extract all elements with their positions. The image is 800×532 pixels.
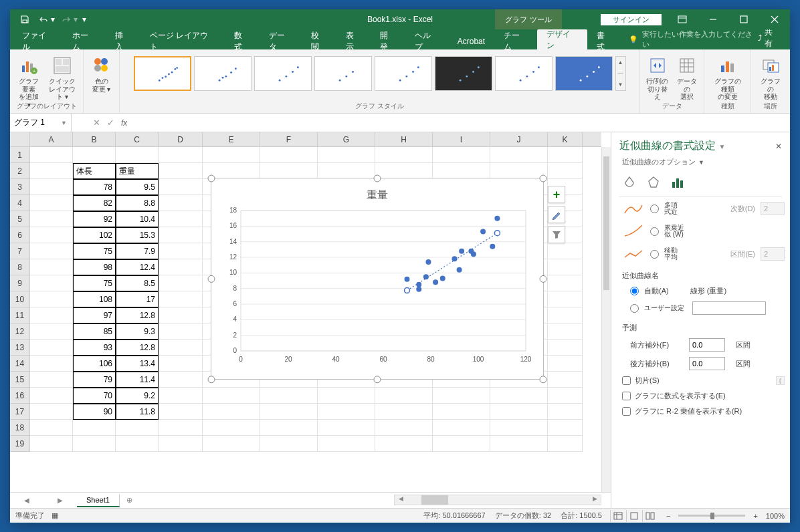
cell[interactable] (375, 388, 433, 404)
fx-icon[interactable]: fx (121, 118, 132, 128)
cell[interactable] (548, 420, 583, 436)
cell[interactable]: 92 (73, 211, 116, 227)
row-header-13[interactable]: 13 (10, 340, 29, 356)
options-tab-icon[interactable] (670, 175, 685, 190)
cell[interactable]: 体長 (73, 163, 116, 179)
row-header-9[interactable]: 9 (10, 275, 29, 291)
cell[interactable] (30, 420, 73, 436)
cell[interactable] (30, 147, 73, 163)
cell[interactable] (260, 420, 318, 436)
cell[interactable]: 7.9 (116, 243, 159, 259)
cell[interactable] (548, 436, 583, 452)
cell[interactable]: 12.4 (116, 259, 159, 275)
sheet-tab-1[interactable]: Sheet1 (77, 494, 120, 507)
cell[interactable]: 102 (73, 227, 116, 243)
cell[interactable]: 15.3 (116, 227, 159, 243)
show-r2-checkbox[interactable] (622, 407, 631, 416)
zoom-slider[interactable] (678, 515, 745, 517)
cell[interactable] (159, 195, 203, 211)
cell[interactable] (375, 420, 433, 436)
select-data-button[interactable]: データの 選択 (673, 53, 701, 102)
cell[interactable] (260, 388, 318, 404)
cell[interactable] (490, 388, 548, 404)
chart-filter-funnel-icon[interactable] (548, 226, 565, 243)
maximize-icon[interactable] (728, 9, 759, 29)
col-header-G[interactable]: G (318, 132, 375, 146)
intercept-checkbox[interactable] (622, 376, 631, 385)
cell[interactable] (30, 404, 73, 420)
cell[interactable] (30, 163, 73, 179)
cell[interactable] (548, 291, 583, 307)
cell[interactable] (318, 147, 375, 163)
cell[interactable]: 9.2 (116, 388, 159, 404)
cell[interactable] (116, 436, 159, 452)
row-header-17[interactable]: 17 (10, 404, 29, 420)
cell[interactable]: 10.4 (116, 211, 159, 227)
cell[interactable] (260, 163, 318, 179)
cell[interactable]: 93 (73, 340, 116, 356)
cell[interactable] (433, 436, 490, 452)
polynomial-radio[interactable] (650, 205, 659, 213)
cell[interactable]: 13.4 (116, 356, 159, 372)
chart-style-6[interactable] (435, 56, 492, 91)
row-header-7[interactable]: 7 (10, 243, 29, 259)
cell[interactable] (30, 227, 73, 243)
undo-dropdown-icon[interactable]: ▾ (49, 11, 57, 27)
page-break-view-icon[interactable] (642, 510, 658, 522)
moving-avg-radio[interactable] (650, 250, 659, 259)
cell[interactable] (159, 147, 203, 163)
cell[interactable] (548, 372, 583, 388)
signin-button[interactable]: サインイン (601, 14, 662, 25)
backward-input[interactable] (689, 357, 725, 370)
cell[interactable] (318, 420, 375, 436)
cell[interactable] (548, 323, 583, 340)
cell[interactable]: 70 (73, 388, 116, 404)
chart-style-5[interactable] (375, 56, 432, 91)
select-all-corner[interactable] (10, 132, 30, 146)
cell[interactable]: 9.3 (116, 323, 159, 340)
cell[interactable] (375, 163, 433, 179)
switch-row-col-button[interactable]: 行/列の 切り替え (643, 53, 672, 102)
cell[interactable] (159, 211, 203, 227)
tab-数式[interactable]: 数式 (225, 33, 260, 49)
taskpane-close-icon[interactable]: ✕ (775, 142, 782, 151)
cell[interactable] (30, 388, 73, 404)
fill-line-tab-icon[interactable] (622, 175, 637, 190)
row-header-1[interactable]: 1 (10, 147, 29, 163)
cell[interactable] (159, 291, 203, 307)
qat-customize-icon[interactable]: ▾ (80, 11, 89, 27)
tab-開発[interactable]: 開発 (371, 33, 405, 49)
col-header-K[interactable]: K (548, 132, 583, 146)
cell[interactable] (433, 404, 490, 420)
cell[interactable] (375, 436, 433, 452)
taskpane-subtitle[interactable]: 近似曲線のオプション (622, 157, 696, 167)
chart-elements-plus-icon[interactable]: + (548, 186, 565, 203)
cell[interactable] (159, 356, 203, 372)
cell[interactable] (30, 275, 73, 291)
cell[interactable]: 79 (73, 372, 116, 388)
cell[interactable] (490, 420, 548, 436)
cell[interactable] (433, 147, 490, 163)
cell[interactable] (548, 340, 583, 356)
sheet-nav-last-icon[interactable]: ▶ (58, 497, 63, 504)
cell[interactable] (203, 420, 260, 436)
chart-styles-brush-icon[interactable] (548, 206, 565, 223)
cell[interactable] (159, 340, 203, 356)
col-header-C[interactable]: C (116, 132, 159, 146)
cell[interactable] (203, 388, 260, 404)
cell[interactable] (203, 436, 260, 452)
cell[interactable] (30, 436, 73, 452)
cell[interactable] (116, 147, 159, 163)
row-header-11[interactable]: 11 (10, 307, 29, 323)
cell[interactable] (30, 323, 73, 340)
cell[interactable]: 8.5 (116, 275, 159, 291)
close-icon[interactable] (759, 9, 790, 29)
col-header-H[interactable]: H (375, 132, 433, 146)
tab-表示[interactable]: 表示 (336, 33, 371, 49)
horizontal-scrollbar[interactable]: ◀ ▶ (394, 495, 601, 505)
cell[interactable] (30, 243, 73, 259)
row-header-14[interactable]: 14 (10, 356, 29, 372)
row-header-18[interactable]: 18 (10, 420, 29, 436)
col-header-J[interactable]: J (490, 132, 548, 146)
cell[interactable] (30, 195, 73, 211)
